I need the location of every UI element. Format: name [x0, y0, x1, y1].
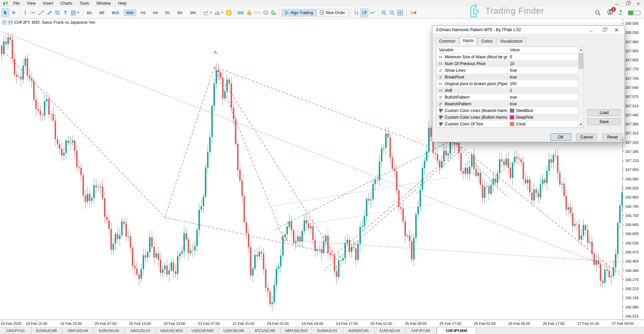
tile-windows-button[interactable]: [396, 8, 404, 17]
timeframe-h1[interactable]: H1: [138, 9, 148, 16]
param-row[interactable]: 01Num Of Previous Pivot10: [437, 60, 584, 67]
param-value-cell[interactable]: Coral: [507, 121, 573, 127]
ok-button[interactable]: OK: [550, 133, 571, 141]
dollar-account-icon[interactable]: $: [225, 8, 233, 17]
time-axis[interactable]: 19 Feb 202519 Feb 15:0019 Feb 23:0020 Fe…: [0, 320, 644, 327]
fibonacci-tool-button[interactable]: [53, 8, 61, 17]
pair-tab-eurusd,h4[interactable]: EURUSD,H4: [94, 327, 125, 334]
param-row[interactable]: Custom Color Of TextCoral: [437, 121, 584, 127]
param-value-cell[interactable]: 2: [507, 87, 573, 94]
param-row[interactable]: BreakPivottrue: [437, 74, 584, 80]
param-value-cell[interactable]: 5: [507, 54, 573, 60]
dialog-tab-visualization[interactable]: Visualization: [497, 38, 526, 44]
cursor-tool-button[interactable]: [1, 8, 9, 17]
zoom-out-button[interactable]: [388, 8, 396, 17]
pair-tab-eurcad,h4[interactable]: EURCAD,H4: [374, 327, 406, 334]
param-value-cell[interactable]: SteelBlue: [507, 107, 573, 114]
param-value-cell[interactable]: 10: [507, 60, 573, 67]
reset-button[interactable]: Reset: [602, 133, 623, 141]
save-button[interactable]: Save: [587, 118, 621, 125]
param-row[interactable]: 01Original pivot to broken pivot (Pipet)…: [437, 80, 584, 87]
window-close-button[interactable]: ×: [635, 1, 641, 6]
dialog-titlebar[interactable]: 3-Drives Harmonic Pattern MT5 - By TFlab…: [432, 26, 625, 34]
table-scrollbar[interactable]: [578, 47, 584, 127]
indicators-dropdown-button[interactable]: ▼: [213, 8, 225, 17]
pair-tab-gbpusd,m15[interactable]: GBPUSD,M15: [281, 327, 312, 334]
dialog-close-button[interactable]: ✕: [614, 27, 619, 33]
price-axis[interactable]: 168.095168.030167.965167.900167.835167.7…: [623, 19, 644, 320]
auto-scroll-shift-button[interactable]: [409, 8, 417, 17]
menu-file[interactable]: File: [9, 0, 23, 6]
channel-tool-button[interactable]: [45, 8, 53, 17]
vps-cloud-icon[interactable]: [262, 8, 270, 17]
menu-help[interactable]: Help: [114, 0, 130, 6]
pair-tab-xauusd,m15[interactable]: XAUUSD,M15: [156, 327, 187, 334]
param-row[interactable]: Custom Color Lines (Bullish Harmonic)Dee…: [437, 114, 584, 121]
timeframe-m15[interactable]: M15: [109, 9, 121, 16]
pair-tab-xagusd,h1[interactable]: XAGUSD,H1: [125, 327, 156, 334]
scrollbar-thumb[interactable]: [579, 53, 583, 69]
pair-tab-euraud,h1[interactable]: EURAUD,H1: [312, 327, 343, 334]
menu-charts[interactable]: Charts: [57, 0, 76, 6]
dialog-resize-grip[interactable]: [621, 138, 624, 141]
shapes-dropdown-caret[interactable]: ▼: [77, 11, 79, 14]
timeframe-h4[interactable]: H4: [150, 9, 160, 16]
pair-tab-gbpusd,h4[interactable]: GBPUSD,H4: [62, 327, 94, 334]
ide-button[interactable]: IDE: [236, 8, 245, 17]
market-bag-icon[interactable]: [245, 8, 253, 17]
param-value-cell[interactable]: 100: [507, 80, 573, 87]
pair-tab-audnzd,m1[interactable]: AUDNZD,M1: [343, 327, 374, 334]
scroll-up-icon[interactable]: [578, 47, 584, 53]
search-icon[interactable]: [594, 8, 602, 17]
param-row[interactable]: 01shift2: [437, 87, 584, 94]
zoom-in-button[interactable]: [380, 8, 388, 17]
trendline-tool-button[interactable]: [37, 8, 45, 17]
menu-insert[interactable]: Insert: [39, 0, 57, 6]
text-tool-button[interactable]: T: [61, 8, 69, 17]
pair-tab-cadjpy,h1[interactable]: CADJPY,H1: [0, 327, 31, 334]
menu-window[interactable]: Window: [93, 0, 115, 6]
pair-tab-euraud,m5[interactable]: EURAUD,M5: [31, 327, 62, 334]
candlestick-mode-button[interactable]: [360, 8, 368, 17]
param-row[interactable]: 01Minimum Size of Wave (Must be grea...5: [437, 54, 584, 60]
pair-tab-btcusd,m5[interactable]: BTCUSD,M5: [250, 327, 281, 334]
param-row[interactable]: BearishPatterntrue: [437, 101, 584, 107]
bar-chart-mode-button[interactable]: [352, 8, 360, 17]
menu-view[interactable]: View: [23, 0, 39, 6]
pair-tab-usdchf,m30[interactable]: USDCHF,M30: [187, 327, 218, 334]
window-restore-button[interactable]: [625, 1, 631, 6]
pair-tab-chfjpy,m30[interactable]: CHFJPY,M30: [437, 327, 476, 334]
pair-tab-usdcad,m5[interactable]: USDCAD,M5: [218, 327, 250, 334]
param-value-cell[interactable]: true: [507, 101, 573, 107]
copy-trading-icon[interactable]: [270, 8, 278, 17]
dialog-restore-button[interactable]: [601, 27, 607, 33]
param-value-cell[interactable]: true: [507, 94, 573, 100]
pair-tab-chfjpy,m1[interactable]: CHFJPY,M1: [406, 327, 437, 334]
param-row[interactable]: BullishPatterntrue: [437, 94, 584, 101]
param-row[interactable]: Show Linestrue: [437, 67, 584, 74]
param-row[interactable]: Custom Color Lines (Bearish Harmonic)Ste…: [437, 107, 584, 114]
algo-trading-button[interactable]: Algo Trading: [281, 9, 316, 16]
line-chart-mode-button[interactable]: [368, 8, 376, 17]
new-order-button[interactable]: New Order: [316, 9, 348, 16]
crosshair-tool-button[interactable]: [9, 8, 17, 17]
menu-tools[interactable]: Tools: [76, 0, 93, 6]
window-minimize-button[interactable]: [614, 1, 620, 6]
timeframe-d1[interactable]: D1: [162, 9, 172, 16]
timeframe-w1[interactable]: W1: [174, 9, 185, 16]
dialog-tab-inputs[interactable]: Inputs: [460, 37, 477, 45]
param-value-cell[interactable]: true: [507, 74, 573, 80]
cancel-button[interactable]: Cancel: [576, 133, 597, 141]
timeframe-m30[interactable]: M30: [124, 9, 136, 16]
dialog-minimize-button[interactable]: [588, 27, 594, 33]
scroll-down-icon[interactable]: [578, 122, 584, 127]
indicators-caret[interactable]: ▼: [221, 11, 224, 14]
chart-type-dropdown-button[interactable]: ▼: [202, 8, 213, 17]
timeframe-m1[interactable]: M1: [84, 9, 95, 16]
param-value-cell[interactable]: DeepPink: [507, 114, 573, 120]
load-button[interactable]: Load: [587, 109, 621, 116]
level-indicator-icon[interactable]: LVL: [619, 10, 623, 16]
chart-type-caret[interactable]: ▼: [210, 11, 212, 14]
timeframe-mn[interactable]: MN: [187, 9, 199, 16]
notification-badge[interactable]: 1: [611, 7, 616, 12]
